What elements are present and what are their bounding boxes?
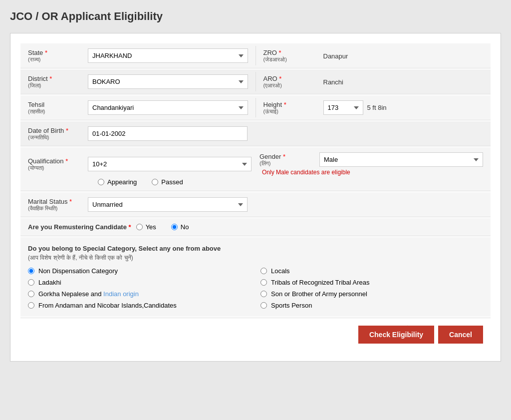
aro-value: Ranchi — [323, 78, 484, 86]
page-title: JCO / OR Applicant Eligibility — [10, 10, 501, 23]
category-ladakhi[interactable]: Ladakhi — [28, 279, 251, 286]
dob-label: Date of Birth * (जन्मतिथि) — [28, 127, 88, 141]
gorkha-radio[interactable] — [28, 291, 34, 297]
category-gorkha[interactable]: Gorkha Nepalese and Indian origin — [28, 290, 251, 298]
remustering-no-radio[interactable] — [171, 224, 178, 230]
category-locals[interactable]: Locals — [260, 267, 483, 275]
category-son-brother[interactable]: Son or Brother of Army personnel — [260, 290, 483, 298]
state-label: State * (राज्य) — [28, 49, 88, 63]
special-category-grid: Non Dispensation Category Ladakhi Gorkha… — [28, 267, 483, 309]
height-label: Height * (ऊंचाई) — [263, 101, 323, 115]
state-zro-row: State * (राज्य) JHARKHAND ZRO * (जेडआरओ)… — [20, 43, 491, 68]
dob-field-group: Date of Birth * (जन्मतिथि) — [20, 121, 491, 146]
tehsil-height-row: Tehsil (तहसील) Chandankiyari Height * (ऊ… — [20, 95, 491, 120]
qualification-field-group: Qualification * (योग्यता) 10+2 — [28, 157, 252, 171]
marital-status-label: Marital Status * (वैवाहिक स्थिति) — [28, 198, 88, 212]
special-category-section: Do you belong to Special Category, Selec… — [20, 237, 491, 317]
qualification-select[interactable]: 10+2 — [88, 157, 252, 171]
passed-radio-label[interactable]: Passed — [152, 178, 183, 186]
zro-field-group: ZRO * (जेडआरओ) Danapur — [256, 43, 491, 68]
category-andaman[interactable]: From Andaman and Nicobar Islands,Candida… — [28, 302, 251, 309]
gender-control: Male — [319, 152, 483, 167]
height-select[interactable]: 173 — [323, 100, 363, 115]
height-control: 173 5 ft 8in — [323, 100, 484, 115]
tehsil-select[interactable]: Chandankiyari — [88, 100, 248, 115]
special-category-title: Do you belong to Special Category, Selec… — [28, 245, 483, 252]
appearing-radio-label[interactable]: Appearing — [98, 178, 137, 186]
district-select[interactable]: BOKARO — [88, 74, 248, 89]
dob-input[interactable] — [88, 126, 248, 141]
non-dispensation-radio[interactable] — [28, 268, 34, 274]
remustering-row: Are you Remustering Candidate * Yes No — [20, 218, 491, 236]
sports-radio[interactable] — [260, 302, 267, 309]
ladakhi-radio[interactable] — [28, 279, 34, 286]
district-label: District * (जिला) — [28, 75, 88, 89]
gender-field-group: Gender * (लिंग) Male Only Male candidate… — [252, 152, 483, 176]
footer-buttons: ➘ Check Eligibility Cancel — [20, 318, 491, 351]
category-non-dispensation[interactable]: Non Dispensation Category — [28, 267, 251, 275]
zro-label: ZRO * (जेडआरओ) — [263, 49, 323, 63]
andaman-radio[interactable] — [28, 302, 34, 309]
remustering-yes-label[interactable]: Yes — [136, 223, 156, 231]
marital-status-row: Marital Status * (वैवाहिक स्थिति) Unmarr… — [20, 192, 491, 217]
state-control: JHARKHAND — [88, 48, 248, 63]
category-tribals[interactable]: Tribals of Recognized Tribal Areas — [260, 279, 483, 286]
remustering-yes-radio[interactable] — [136, 224, 143, 230]
district-field-group: District * (जिला) BOKARO — [20, 69, 256, 94]
aro-field-group: ARO * (एआरओ) Ranchi — [256, 69, 491, 94]
qualification-gender-row: Qualification * (योग्यता) 10+2 Gender * … — [20, 147, 491, 191]
locals-radio[interactable] — [260, 268, 267, 274]
tribals-radio[interactable] — [260, 279, 267, 286]
son-brother-radio[interactable] — [260, 291, 267, 297]
state-field-group: State * (राज्य) JHARKHAND — [20, 43, 256, 68]
district-control: BOKARO — [88, 74, 248, 89]
remustering-label: Are you Remustering Candidate * — [28, 223, 131, 231]
height-field-group: Height * (ऊंचाई) 173 5 ft 8in — [256, 95, 491, 120]
category-sports[interactable]: Sports Person — [260, 302, 483, 309]
check-eligibility-button[interactable]: Check Eligibility — [358, 326, 434, 344]
marital-status-select[interactable]: Unmarried — [88, 197, 248, 212]
appearing-radio[interactable] — [98, 179, 104, 185]
state-select[interactable]: JHARKHAND — [88, 48, 248, 63]
gender-error: Only Male candidates are eligible — [259, 169, 350, 176]
tehsil-control: Chandankiyari — [88, 100, 248, 115]
district-aro-row: District * (जिला) BOKARO ARO * (एआरओ) Ra… — [20, 69, 491, 94]
passed-radio[interactable] — [152, 179, 158, 185]
qualification-label: Qualification * (योग्यता) — [28, 157, 88, 171]
qualification-control: 10+2 — [88, 157, 252, 171]
gender-label: Gender * (लिंग) — [259, 153, 319, 167]
dob-control — [88, 126, 248, 141]
special-category-subtitle: (आप विशेष श्रेणी के हैं, नीचे से किसी एक… — [28, 254, 483, 261]
form-container: State * (राज्य) JHARKHAND ZRO * (जेडआरओ)… — [10, 33, 501, 362]
zro-value: Danapur — [323, 52, 484, 60]
cancel-button[interactable]: Cancel — [438, 326, 483, 344]
dob-row: Date of Birth * (जन्मतिथि) — [20, 121, 491, 146]
aro-label: ARO * (एआरओ) — [263, 75, 323, 89]
tehsil-field-group: Tehsil (तहसील) Chandankiyari — [20, 95, 256, 120]
tehsil-label: Tehsil (तहसील) — [28, 101, 88, 115]
gender-select[interactable]: Male — [319, 152, 483, 167]
remustering-no-label[interactable]: No — [171, 223, 189, 231]
marital-status-control: Unmarried — [88, 197, 248, 212]
